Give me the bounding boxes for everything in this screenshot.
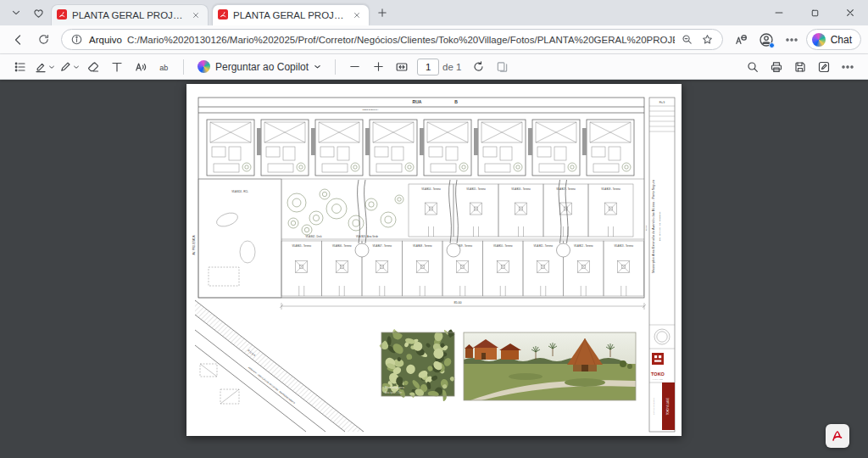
table-of-contents-icon[interactable] [10,57,31,77]
tab-pdf-2-active[interactable]: PLANTA GERAL PROJETO.pdf [212,4,370,25]
plan-label: REDE ELÉTRICA [363,109,379,111]
pdf-file-icon [57,9,67,21]
pdf-viewer-area: VILA B14 - TerrenoVILA B15 - TerrenoVILA… [0,80,868,458]
lot-label: VILA B06 - Terreno [332,244,352,248]
lot-label: VILA B13 - Terreno [614,244,633,248]
find-in-document-icon[interactable] [743,57,763,77]
plan-label: TOKO VILLAGE [666,398,670,415]
plan-label: VILA B02 - Deck [305,235,322,238]
plan-lots-top: VILA B14 - TerrenoVILA B15 - TerrenoVILA… [409,184,633,237]
page-count-label: de 1 [442,62,461,72]
refresh-button[interactable] [32,29,54,51]
plan-label: EMPREENDIMENTOS [653,397,654,415]
fit-to-width-icon[interactable] [392,57,412,77]
dimension-line [280,303,646,310]
village-render-image [464,332,636,405]
info-icon[interactable] [69,32,84,47]
back-button[interactable] [7,29,29,51]
pdf-toolbar: ab Perguntar ao Copilot de 1 [0,54,868,80]
tab-strip: PLANTA GERAL PROJETO.pdf PLANTA GERAL PR… [0,0,868,25]
lot-label: VILA B10 - Terreno [493,244,513,248]
favorite-star-icon[interactable] [700,32,715,47]
lot-label: VILA B15 - Terreno [466,187,486,191]
plan-label: Fls 9 [659,101,665,104]
rotate-icon[interactable] [468,57,488,77]
lot-label: VILA B18 - Terreno [601,187,620,191]
close-button[interactable] [832,0,868,25]
maximize-button[interactable] [797,0,832,25]
plan-label: Área tipo 1 - 75m² [385,391,403,394]
page-view-icon[interactable] [492,57,512,77]
lot-label: VILA B16 - Terreno [511,187,531,191]
settings-menu-icon[interactable] [781,29,803,51]
tab-close-icon[interactable] [350,8,364,22]
tab-search-chevron-icon[interactable] [5,2,27,24]
site-plan-drawing: VILA B14 - TerrenoVILA B15 - TerrenoVILA… [186,84,682,436]
profile-avatar[interactable] [755,29,777,51]
navigation-bar: Arquivo C:/Mario%2020130126/Mario%202025… [0,25,868,54]
plan-label: Masterplan Área Extensão da Avenida dos … [652,180,655,273]
lot-label: VILA B11 - Terreno [534,244,554,248]
toolbar-divider [183,59,184,75]
plan-label: 48.98 [645,225,648,231]
plan-lots-bottom: VILA B05 - TerrenoVILA B06 - TerrenoVILA… [281,241,644,296]
plan-label: VILLAGE [653,378,664,380]
zoom-indicator-icon[interactable] [680,32,695,47]
plan-label: RUA [413,99,422,104]
read-aloud-icon[interactable] [131,57,151,77]
page-number-input[interactable] [417,59,439,75]
lot-label: VILA B14 - Terreno [421,187,441,191]
pdf-file-icon [218,9,228,21]
browser-essentials-heart-icon[interactable] [27,2,49,24]
minimize-button[interactable] [761,0,797,25]
tab-label: PLANTA GERAL PROJETO.pdf [72,10,184,20]
pdf-page: VILA B14 - TerrenoVILA B15 - TerrenoVILA… [186,84,682,436]
translate-icon[interactable] [730,29,752,51]
zoom-in-icon[interactable] [368,57,388,77]
highlighter-icon[interactable] [34,57,55,77]
annotate-edit-icon[interactable] [814,57,834,77]
plan-houses [207,120,634,176]
eraser-icon[interactable] [83,57,103,77]
plan-label: 85.00 [454,301,462,304]
copilot-icon [812,33,826,47]
url-text: C:/Mario%2020130126/Mario%202025/Prof/Co… [127,35,675,45]
new-tab-icon[interactable] [371,2,393,24]
chevron-down-icon [48,64,55,70]
toolbar-divider [335,59,336,75]
lot-label: VILA B05 - Terreno [292,244,311,248]
svg-text:ab: ab [159,63,168,71]
plan-label: TOKO [651,371,665,377]
lot-label: VILA B07 - Terreno [372,244,392,248]
chat-label: Chat [831,34,852,46]
diagonal-road [195,300,364,432]
add-text-icon[interactable] [107,57,127,77]
plan-label: Marcelap eco [385,386,404,389]
copilot-chat-button[interactable]: Chat [806,29,861,50]
open-in-acrobat-button[interactable] [826,424,849,448]
more-options-icon[interactable] [837,57,858,77]
plan-label: VILA B03 - Área Verde [356,235,379,238]
browser-window: PLANTA GERAL PROJETO.pdf PLANTA GERAL PR… [0,0,868,458]
ask-copilot-button[interactable]: Perguntar ao Copilot [191,57,328,77]
lot-label: VILA B08 - Terreno [413,244,432,248]
plan-label: VILA B24 - RCL [231,190,248,193]
chevron-down-icon [73,64,80,70]
chevron-down-icon [314,63,321,70]
ask-copilot-label: Perguntar ao Copilot [215,61,309,73]
tab-pdf-1[interactable]: PLANTA GERAL PROJETO.pdf [51,4,209,25]
url-scheme-label: Arquivo [89,35,122,45]
address-bar[interactable]: Arquivo C:/Mario%2020130126/Mario%202025… [61,29,723,50]
print-icon[interactable] [766,57,787,77]
pen-icon[interactable] [58,57,80,77]
plan-label: ESC. vert. 1:25 - val. 13/12/2010 [659,211,661,241]
save-icon[interactable] [790,57,810,77]
tab-label: PLANTA GERAL PROJETO.pdf [233,10,345,20]
lot-label: VILA B12 - Terreno [574,244,593,248]
zoom-out-icon[interactable] [344,57,364,77]
plan-trees [287,189,403,235]
plan-label: B [454,99,458,104]
copilot-icon [198,60,210,73]
tab-close-icon[interactable] [189,8,203,22]
syllables-icon[interactable]: ab [154,57,175,77]
